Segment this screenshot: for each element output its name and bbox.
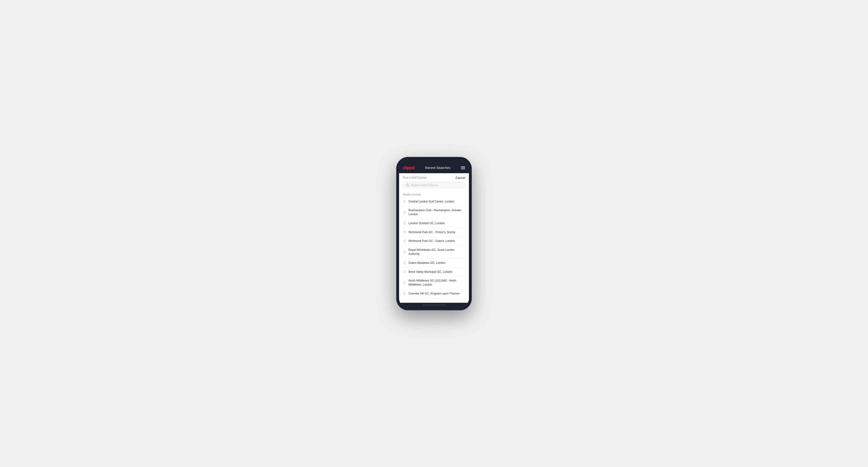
location-pin-icon [403, 281, 406, 284]
course-name: Brent Valley Municipal GC, London [408, 270, 453, 274]
svg-point-6 [404, 241, 405, 241]
course-list-item[interactable]: Dukes Meadows GC, London [399, 259, 469, 268]
location-pin-icon [403, 250, 406, 254]
find-header: Find a Golf Course Cancel [399, 173, 469, 182]
status-bar [399, 160, 469, 163]
course-name: Dukes Meadows GC, London [408, 261, 445, 265]
course-name: London Scottish GC, London [408, 221, 445, 225]
app-title: Recent Searches [425, 166, 450, 170]
course-list-item[interactable]: Roehampton Club - Roehampton, Greater Lo… [399, 206, 469, 219]
nearby-label: Nearby courses [399, 191, 469, 197]
course-list-item[interactable]: Central London Golf Centre, London [399, 197, 469, 206]
find-label: Find a Golf Course [403, 176, 427, 179]
hamburger-line-1 [461, 166, 465, 167]
svg-point-7 [404, 251, 405, 252]
location-pin-icon [403, 230, 406, 234]
search-box [403, 182, 465, 189]
course-name: Central London Golf Centre, London [408, 199, 454, 204]
hamburger-menu-icon[interactable] [461, 166, 465, 169]
course-name: Richmond Park GC - Prince's, Surrey [408, 230, 455, 234]
course-list-item[interactable]: Brent Valley Municipal GC, London [399, 268, 469, 277]
cancel-button[interactable]: Cancel [456, 176, 465, 180]
location-pin-icon [403, 222, 406, 225]
search-container [399, 182, 469, 191]
location-pin-icon [403, 240, 406, 243]
location-pin-icon [403, 200, 406, 203]
course-name: Roehampton Club - Roehampton, Greater Lo… [408, 208, 465, 216]
phone-frame: clippd Recent Searches Find a Golf Cours… [396, 157, 472, 310]
course-list-item[interactable]: Royal Wimbledon GC, Great London Authori… [399, 246, 469, 259]
app-header: clippd Recent Searches [399, 163, 469, 173]
svg-point-9 [404, 271, 405, 272]
course-name: North Middlesex GC (1011942 - North Midd… [408, 279, 465, 287]
hamburger-line-3 [461, 169, 465, 169]
location-pin-icon [403, 292, 406, 295]
course-name: Royal Wimbledon GC, Great London Authori… [408, 248, 465, 256]
svg-point-3 [404, 212, 405, 213]
content-area: Find a Golf Course Cancel Nearby courses [399, 173, 469, 303]
app-logo: clippd [403, 165, 415, 170]
course-list-item[interactable]: Coombe Hill GC, Kingston upon Thames [399, 289, 469, 298]
svg-point-2 [404, 201, 405, 202]
home-indicator [399, 303, 469, 308]
course-name: Coombe Hill GC, Kingston upon Thames [408, 292, 460, 296]
svg-point-11 [404, 293, 405, 294]
phone-screen: clippd Recent Searches Find a Golf Cours… [399, 160, 469, 308]
hamburger-line-2 [461, 167, 465, 168]
svg-point-8 [404, 262, 405, 263]
svg-point-10 [404, 282, 405, 283]
svg-point-4 [404, 222, 405, 223]
home-bar [422, 305, 446, 305]
course-list: Central London Golf Centre, London Roeha… [399, 197, 469, 298]
svg-point-5 [404, 231, 405, 232]
location-pin-icon [403, 261, 406, 264]
search-icon [406, 183, 409, 187]
location-pin-icon [403, 270, 406, 274]
course-name: Richmond Park GC - Duke's, London [408, 239, 455, 243]
location-pin-icon [403, 211, 406, 214]
course-list-item[interactable]: London Scottish GC, London [399, 219, 469, 228]
search-input[interactable] [411, 183, 462, 187]
svg-line-1 [408, 186, 409, 186]
course-list-item[interactable]: Richmond Park GC - Duke's, London [399, 237, 469, 246]
nearby-section: Nearby courses Central London Golf Centr… [399, 191, 469, 303]
course-list-item[interactable]: North Middlesex GC (1011942 - North Midd… [399, 276, 469, 289]
course-list-item[interactable]: Richmond Park GC - Prince's, Surrey [399, 228, 469, 237]
